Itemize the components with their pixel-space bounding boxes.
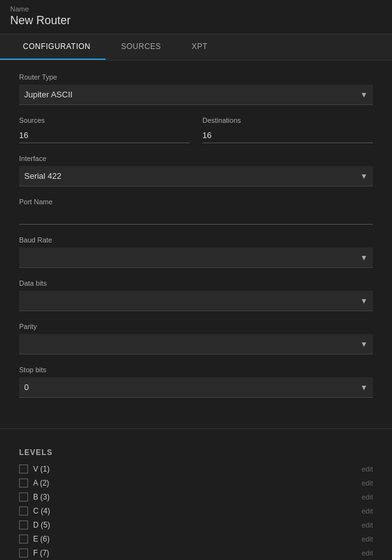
sources-label: Sources bbox=[19, 116, 190, 124]
configuration-content: Router Type Jupiter ASCII ▼ Sources Dest… bbox=[0, 60, 392, 422]
parity-label: Parity bbox=[19, 323, 373, 330]
levels-title: LEVELS bbox=[19, 448, 373, 457]
level-c4-edit[interactable]: edit bbox=[361, 507, 373, 515]
data-bits-label: Data bits bbox=[19, 279, 373, 287]
sources-group: Sources bbox=[19, 116, 190, 143]
interface-label: Interface bbox=[19, 155, 373, 162]
name-section: Name New Router bbox=[0, 0, 392, 34]
list-item: C (4) edit bbox=[19, 507, 373, 515]
router-name: New Router bbox=[10, 14, 382, 27]
level-v1-label: V (1) bbox=[33, 465, 356, 473]
parity-group: Parity None Odd Even Mark Space ▼ bbox=[19, 323, 373, 354]
router-type-select-wrapper: Jupiter ASCII ▼ bbox=[19, 85, 373, 105]
data-bits-select-wrapper: 5 6 7 8 ▼ bbox=[19, 291, 373, 311]
list-item: A (2) edit bbox=[19, 479, 373, 487]
baud-rate-select[interactable]: 9600 19200 38400 57600 115200 bbox=[19, 248, 373, 268]
destinations-group: Destinations bbox=[202, 116, 373, 143]
port-name-label: Port Name bbox=[19, 198, 373, 206]
list-item: D (5) edit bbox=[19, 521, 373, 529]
port-name-input[interactable] bbox=[19, 209, 373, 225]
level-v1-edit[interactable]: edit bbox=[361, 465, 373, 473]
sources-destinations-row: Sources Destinations bbox=[19, 116, 373, 155]
list-item: E (6) edit bbox=[19, 535, 373, 543]
level-e6-edit[interactable]: edit bbox=[361, 535, 373, 543]
router-type-label: Router Type bbox=[19, 73, 373, 81]
level-b3-label: B (3) bbox=[33, 493, 356, 501]
level-f7-edit[interactable]: edit bbox=[361, 549, 373, 557]
tab-sources[interactable]: SOURCES bbox=[106, 34, 176, 60]
stop-bits-select[interactable]: 0 1 2 bbox=[19, 377, 373, 398]
list-item: B (3) edit bbox=[19, 493, 373, 501]
tabs-container: CONFIGURATION SOURCES XPT bbox=[0, 34, 392, 60]
level-v1-checkbox[interactable] bbox=[19, 465, 28, 473]
stop-bits-group: Stop bits 0 1 2 ▼ bbox=[19, 366, 373, 398]
levels-section: LEVELS V (1) edit A (2) edit B (3) edit … bbox=[0, 440, 392, 560]
level-d5-edit[interactable]: edit bbox=[361, 521, 373, 529]
port-name-group: Port Name bbox=[19, 198, 373, 225]
level-e6-label: E (6) bbox=[33, 535, 356, 543]
interface-select[interactable]: Serial 422 bbox=[19, 166, 373, 186]
interface-group: Interface Serial 422 ▼ bbox=[19, 155, 373, 186]
level-f7-label: F (7) bbox=[33, 549, 356, 557]
level-a2-checkbox[interactable] bbox=[19, 479, 28, 487]
stop-bits-label: Stop bits bbox=[19, 366, 373, 374]
stop-bits-select-wrapper: 0 1 2 ▼ bbox=[19, 377, 373, 398]
level-b3-checkbox[interactable] bbox=[19, 493, 28, 501]
tab-xpt[interactable]: XPT bbox=[176, 34, 223, 60]
section-divider bbox=[0, 428, 392, 429]
list-item: F (7) edit bbox=[19, 549, 373, 557]
name-label: Name bbox=[10, 5, 382, 13]
level-b3-edit[interactable]: edit bbox=[361, 493, 373, 501]
list-item: V (1) edit bbox=[19, 465, 373, 473]
interface-select-wrapper: Serial 422 ▼ bbox=[19, 166, 373, 186]
sources-input[interactable] bbox=[19, 128, 190, 143]
tab-configuration[interactable]: CONFIGURATION bbox=[0, 34, 106, 60]
baud-rate-select-wrapper: 9600 19200 38400 57600 115200 ▼ bbox=[19, 248, 373, 268]
router-type-select[interactable]: Jupiter ASCII bbox=[19, 85, 373, 105]
router-type-group: Router Type Jupiter ASCII ▼ bbox=[19, 73, 373, 105]
level-a2-edit[interactable]: edit bbox=[361, 479, 373, 487]
parity-select[interactable]: None Odd Even Mark Space bbox=[19, 334, 373, 354]
level-d5-label: D (5) bbox=[33, 521, 356, 529]
baud-rate-label: Baud Rate bbox=[19, 236, 373, 244]
data-bits-group: Data bits 5 6 7 8 ▼ bbox=[19, 279, 373, 311]
level-f7-checkbox[interactable] bbox=[19, 549, 28, 557]
destinations-input[interactable] bbox=[202, 128, 373, 143]
level-c4-checkbox[interactable] bbox=[19, 507, 28, 515]
destinations-label: Destinations bbox=[202, 116, 373, 124]
baud-rate-group: Baud Rate 9600 19200 38400 57600 115200 … bbox=[19, 236, 373, 268]
level-c4-label: C (4) bbox=[33, 507, 356, 515]
level-d5-checkbox[interactable] bbox=[19, 521, 28, 529]
parity-select-wrapper: None Odd Even Mark Space ▼ bbox=[19, 334, 373, 354]
data-bits-select[interactable]: 5 6 7 8 bbox=[19, 291, 373, 311]
level-e6-checkbox[interactable] bbox=[19, 535, 28, 543]
level-a2-label: A (2) bbox=[33, 479, 356, 487]
